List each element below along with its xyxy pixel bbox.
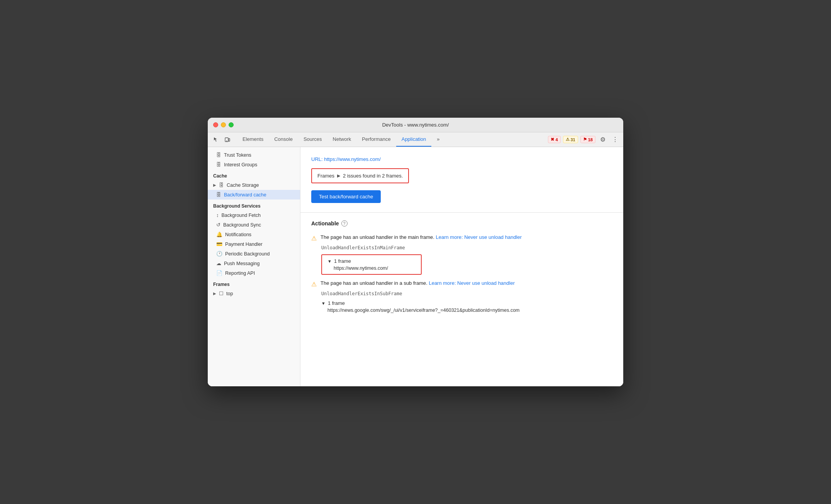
sidebar-item-periodic-bg[interactable]: 🕐 Periodic Background — [208, 249, 300, 259]
sidebar-item-label: Periodic Background — [225, 251, 270, 257]
help-icon[interactable]: ? — [341, 220, 348, 227]
frame-url-2: https://news.google.com/swg/_/ui/v1/serv… — [321, 308, 520, 313]
issue-text-2: The page has an unload handler in a sub … — [321, 280, 515, 286]
sidebar-item-notifications[interactable]: 🔔 Notifications — [208, 230, 300, 239]
sidebar-item-label: top — [226, 291, 233, 296]
database-icon: 🗄 — [216, 152, 221, 158]
tabbar-icons — [211, 132, 232, 147]
issue-description-2: The page has an unload handler in a sub … — [321, 280, 429, 286]
actionable-label: Actionable — [311, 220, 339, 227]
learn-more-link-1[interactable]: Learn more: Never use unload handler — [436, 234, 522, 240]
sidebar-item-push-messaging[interactable]: ☁ Push Messaging — [208, 259, 300, 268]
arrow-icon: ▶ — [213, 183, 216, 187]
devtools-window: DevTools - www.nytimes.com/ Elements Con… — [208, 118, 623, 386]
sidebar-item-label: Background Fetch — [222, 213, 261, 218]
frames-issues-text: 2 issues found in 2 frames. — [343, 173, 403, 179]
warning-icon-2: ⚠ — [311, 281, 317, 288]
collapse-arrow-2[interactable]: ▼ — [321, 301, 326, 306]
issue-text-1: The page has an unload handler in the ma… — [321, 234, 522, 240]
url-row: URL: https://www.nytimes.com/ — [311, 156, 612, 162]
inspect-icon[interactable] — [211, 135, 221, 145]
bg-sync-icon: ↺ — [216, 222, 220, 228]
sidebar-item-trust-tokens[interactable]: 🗄 Trust Tokens — [208, 150, 300, 160]
sidebar-item-top-frame[interactable]: ▶ ☐ top — [208, 289, 300, 298]
frame-arrow-icon: ▶ — [213, 291, 216, 296]
sidebar-item-reporting-api[interactable]: 📄 Reporting API — [208, 268, 300, 278]
url-label: URL: — [311, 156, 323, 162]
error-icon: ✖ — [551, 137, 554, 142]
warning-count: 31 — [571, 137, 575, 142]
tab-console[interactable]: Console — [269, 132, 298, 147]
frame-box-1: ▼ 1 frame https://www.nytimes.com/ — [321, 254, 422, 275]
settings-icon[interactable]: ⚙ — [598, 135, 608, 145]
issues-icon: ⚑ — [583, 137, 587, 142]
issue-row-2: ⚠ The page has an unload handler in a su… — [311, 280, 612, 288]
content-area: URL: https://www.nytimes.com/ Frames ▶ 2… — [300, 147, 623, 386]
frame-count-2: 1 frame — [328, 300, 345, 306]
sidebar-item-payment-handler[interactable]: 💳 Payment Handler — [208, 239, 300, 249]
warning-icon: ⚠ — [566, 137, 570, 142]
issue-description-1: The page has an unload handler in the ma… — [321, 234, 436, 240]
tabbar-right: ✖ 4 ⚠ 31 ⚑ 18 ⚙ ⋮ — [548, 132, 620, 147]
more-icon[interactable]: ⋮ — [610, 135, 620, 145]
tab-application[interactable]: Application — [396, 132, 432, 147]
sidebar-item-interest-groups[interactable]: 🗄 Interest Groups — [208, 160, 300, 169]
traffic-lights — [213, 122, 234, 127]
minimize-button[interactable] — [221, 122, 226, 127]
sidebar-item-label: Notifications — [225, 232, 251, 237]
sidebar-item-label: Trust Tokens — [224, 152, 251, 158]
device-icon[interactable] — [222, 135, 232, 145]
learn-more-link-2[interactable]: Learn more: Never use unload handler — [429, 280, 515, 286]
issue-code-1: UnloadHandlerExistsInMainFrame — [321, 245, 612, 250]
sidebar-item-label: Cache Storage — [227, 183, 259, 188]
titlebar: DevTools - www.nytimes.com/ — [208, 118, 623, 132]
issue-code-2: UnloadHandlerExistsInSubFrame — [321, 291, 612, 296]
close-button[interactable] — [213, 122, 218, 127]
actionable-row: Actionable ? — [311, 220, 612, 227]
warning-badge[interactable]: ⚠ 31 — [563, 136, 578, 143]
test-bfcache-button[interactable]: Test back/forward cache — [311, 190, 381, 203]
sidebar-item-label: Reporting API — [225, 271, 255, 276]
main-area: 🗄 Trust Tokens 🗄 Interest Groups Cache ▶… — [208, 147, 623, 386]
sidebar-item-bg-sync[interactable]: ↺ Background Sync — [208, 220, 300, 230]
cache-storage-icon: 🗄 — [219, 182, 224, 188]
issues-badge[interactable]: ⚑ 18 — [580, 136, 595, 143]
frame-box-2: ▼ 1 frame https://news.google.com/swg/_/… — [321, 300, 520, 313]
tab-sources[interactable]: Sources — [298, 132, 327, 147]
bg-section-label: Background Services — [208, 200, 300, 210]
periodic-icon: 🕐 — [216, 251, 222, 257]
notifications-icon: 🔔 — [216, 232, 222, 237]
frames-label: Frames — [317, 173, 334, 179]
window-title: DevTools - www.nytimes.com/ — [382, 122, 449, 128]
frames-arrow-icon: ▶ — [337, 173, 340, 178]
sidebar-item-cache-storage[interactable]: ▶ 🗄 Cache Storage — [208, 180, 300, 190]
maximize-button[interactable] — [229, 122, 234, 127]
tab-elements[interactable]: Elements — [237, 132, 269, 147]
sidebar: 🗄 Trust Tokens 🗄 Interest Groups Cache ▶… — [208, 147, 300, 386]
collapse-arrow-1[interactable]: ▼ — [327, 259, 332, 264]
divider — [300, 212, 623, 213]
reporting-icon: 📄 — [216, 270, 222, 276]
frame-url-1: https://www.nytimes.com/ — [327, 266, 416, 271]
sidebar-item-backforward-cache[interactable]: 🗄 Back/forward cache — [208, 190, 300, 200]
database-icon2: 🗄 — [216, 162, 221, 167]
push-icon: ☁ — [216, 260, 221, 266]
sidebar-item-label: Back/forward cache — [224, 192, 266, 198]
bg-fetch-icon: ↕ — [216, 212, 219, 218]
tab-performance[interactable]: Performance — [356, 132, 396, 147]
tab-more[interactable]: » — [431, 132, 445, 147]
tabs: Elements Console Sources Network Perform… — [237, 132, 548, 147]
tab-network[interactable]: Network — [327, 132, 357, 147]
frame-icon: ☐ — [219, 291, 224, 296]
frame-count-row-1: ▼ 1 frame — [327, 258, 416, 264]
error-badge[interactable]: ✖ 4 — [548, 136, 560, 143]
error-count: 4 — [555, 137, 558, 142]
frames-issues-box[interactable]: Frames ▶ 2 issues found in 2 frames. — [311, 168, 409, 183]
sidebar-item-bg-fetch[interactable]: ↕ Background Fetch — [208, 210, 300, 220]
sidebar-item-label: Payment Handler — [225, 242, 263, 247]
sidebar-item-label: Interest Groups — [224, 162, 257, 167]
tabbar: Elements Console Sources Network Perform… — [208, 132, 623, 147]
frames-section-label: Frames — [208, 278, 300, 289]
frame-count-1: 1 frame — [334, 258, 351, 264]
frame-count-row-2: ▼ 1 frame — [321, 300, 520, 306]
